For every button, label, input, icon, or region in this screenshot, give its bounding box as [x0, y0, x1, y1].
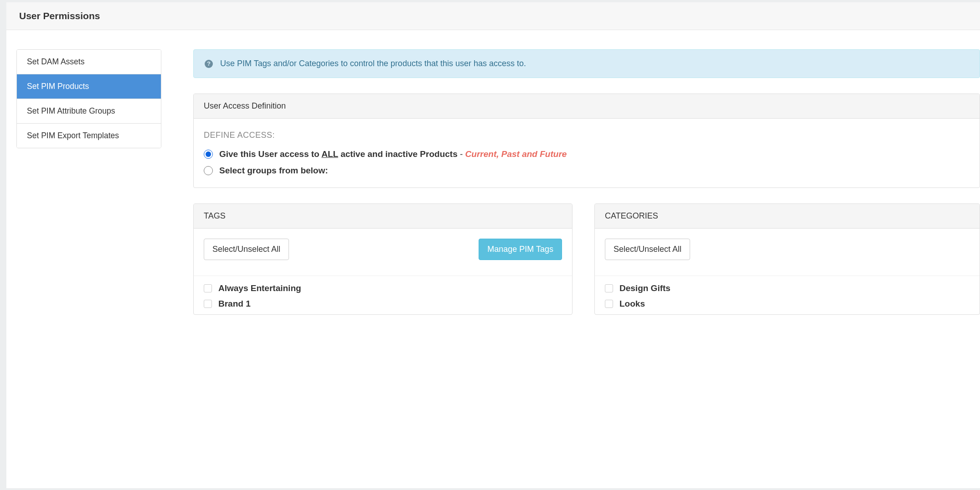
radio-note-emphasis: Current, Past and Future: [465, 149, 567, 159]
radio-text-prefix: Give this User access to: [219, 149, 320, 159]
category-label[interactable]: Looks: [619, 299, 645, 309]
tag-row[interactable]: Always Entertaining: [204, 283, 562, 293]
radio-label-all-products[interactable]: Give this User access to ALL active and …: [219, 149, 567, 159]
checkbox[interactable]: [605, 300, 613, 308]
checkbox[interactable]: [605, 284, 613, 292]
radio-all-products[interactable]: [204, 150, 213, 159]
sidebar-list: Set DAM Assets Set PIM Products Set PIM …: [16, 49, 161, 148]
categories-panel: CATEGORIES Select/Unselect All Design Gi…: [594, 203, 980, 315]
main-content: ? Use PIM Tags and/or Categories to cont…: [193, 49, 980, 488]
alert-text: Use PIM Tags and/or Categories to contro…: [220, 59, 526, 68]
tags-select-unselect-all-button[interactable]: Select/Unselect All: [204, 239, 289, 260]
sidebar-item-label: Set PIM Attribute Groups: [27, 106, 115, 115]
category-row[interactable]: Design Gifts: [605, 283, 970, 293]
page-title: User Permissions: [19, 10, 967, 21]
categories-panel-header: CATEGORIES: [595, 204, 980, 229]
radio-text-underlined: ALL: [321, 149, 338, 159]
page-header: User Permissions: [6, 2, 980, 30]
tags-panel-header: TAGS: [194, 204, 572, 229]
sidebar: Set DAM Assets Set PIM Products Set PIM …: [16, 49, 161, 488]
content-wrap: Set DAM Assets Set PIM Products Set PIM …: [6, 30, 980, 488]
sidebar-item-pim-export-templates[interactable]: Set PIM Export Templates: [17, 124, 161, 148]
category-label[interactable]: Design Gifts: [619, 283, 671, 293]
access-definition-panel: User Access Definition DEFINE ACCESS: Gi…: [193, 94, 980, 188]
sidebar-item-pim-attribute-groups[interactable]: Set PIM Attribute Groups: [17, 99, 161, 124]
radio-label-select-groups[interactable]: Select groups from below:: [219, 166, 328, 176]
info-alert: ? Use PIM Tags and/or Categories to cont…: [193, 49, 980, 78]
sidebar-item-label: Set DAM Assets: [27, 57, 84, 66]
panel-body: DEFINE ACCESS: Give this User access to …: [194, 119, 980, 188]
radio-note-dash: -: [460, 149, 465, 159]
tags-toolbar: Select/Unselect All Manage PIM Tags: [194, 229, 572, 276]
sidebar-item-label: Set PIM Products: [27, 82, 89, 91]
define-access-label: DEFINE ACCESS:: [204, 130, 970, 140]
app-root: User Permissions Set DAM Assets Set PIM …: [0, 0, 980, 490]
radio-text-suffix: active and inactive Products: [340, 149, 458, 159]
columns: TAGS Select/Unselect All Manage PIM Tags…: [193, 203, 980, 315]
manage-pim-tags-button[interactable]: Manage PIM Tags: [479, 239, 562, 260]
question-icon: ?: [205, 60, 213, 68]
radio-row-all-products[interactable]: Give this User access to ALL active and …: [204, 149, 970, 159]
checkbox[interactable]: [204, 300, 212, 308]
tags-panel: TAGS Select/Unselect All Manage PIM Tags…: [193, 203, 573, 315]
categories-toolbar: Select/Unselect All: [595, 229, 980, 276]
tag-label[interactable]: Brand 1: [218, 299, 251, 309]
sidebar-item-label: Set PIM Export Templates: [27, 131, 119, 140]
checkbox[interactable]: [204, 284, 212, 292]
tag-row[interactable]: Brand 1: [204, 299, 562, 309]
tags-check-list: Always Entertaining Brand 1: [194, 276, 572, 309]
category-row[interactable]: Looks: [605, 299, 970, 309]
radio-row-select-groups[interactable]: Select groups from below:: [204, 166, 970, 176]
categories-check-list: Design Gifts Looks: [595, 276, 980, 309]
panel-header: User Access Definition: [194, 94, 980, 119]
categories-select-unselect-all-button[interactable]: Select/Unselect All: [605, 239, 690, 260]
sidebar-item-dam-assets[interactable]: Set DAM Assets: [17, 50, 161, 74]
radio-select-groups[interactable]: [204, 166, 213, 175]
tag-label[interactable]: Always Entertaining: [218, 283, 301, 293]
sidebar-item-pim-products[interactable]: Set PIM Products: [17, 74, 161, 99]
